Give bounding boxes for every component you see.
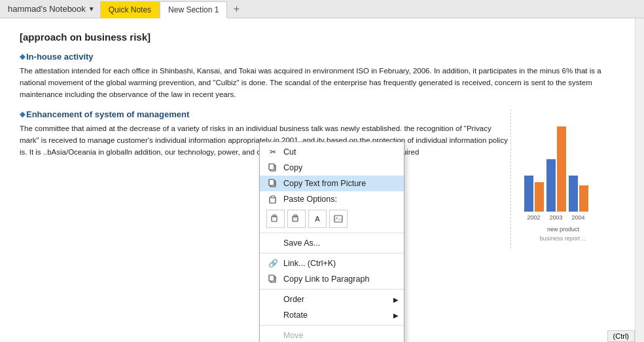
tab-new-section-1[interactable]: New Section 1 [160,1,227,18]
menu-item-copy-link[interactable]: Copy Link to Paragraph [260,271,404,287]
tab-new-section-1-label: New Section 1 [168,5,219,14]
cut-icon: ✂ [266,147,279,157]
context-menu: ✂ Cut Copy Copy Text from Picture [259,142,404,342]
svg-rect-10 [334,216,342,222]
section1-heading-text: In-house activity [26,52,94,62]
bar-group-2003 [546,126,566,212]
right-sidebar [635,18,644,342]
notebook-dropdown-arrow[interactable]: ▼ [88,5,95,12]
menu-item-cut[interactable]: ✂ Cut [260,144,404,160]
main-area: [approach on business risk] In-house act… [0,18,644,342]
menu-item-paste-options: Paste Options: [260,191,404,207]
section2-heading-text: Enhancement of system of management [26,109,189,119]
status-bar-label: (Ctrl) [613,332,629,340]
menu-item-rotate[interactable]: Rotate ▶ [260,307,404,323]
menu-item-rotate-label: Rotate [283,311,308,320]
menu-item-order[interactable]: Order ▶ [260,292,404,307]
chart-panel: 2002 2003 2004 new product business repo… [510,109,615,248]
paste-option-merge-formatting[interactable] [287,210,306,228]
menu-item-copy-text-from-picture[interactable]: Copy Text from Picture [260,176,404,191]
bar-2003-val2 [557,126,566,212]
menu-item-save-as-label: Save As... [283,238,320,248]
chart-bars [524,126,603,212]
menu-item-link[interactable]: 🔗 Link... (Ctrl+K) [260,256,404,271]
section1-heading: In-house activity [20,52,615,62]
paste-option-keep-text[interactable]: A [308,210,327,228]
menu-item-order-label: Order [283,295,304,304]
svg-rect-1 [269,164,274,170]
bar-group-2004 [569,176,588,212]
add-tab-icon: + [234,3,240,15]
menu-item-save-as[interactable]: Save As... [260,235,404,251]
copy-icon [266,163,279,172]
paste-option-picture[interactable] [329,210,348,228]
notebook-title-text: hammad's Notebook [8,4,86,14]
tab-bar: hammad's Notebook ▼ Quick Notes New Sect… [0,0,644,18]
page-title: [approach on business risk] [20,31,615,43]
tab-quick-notes[interactable]: Quick Notes [100,1,160,18]
bar-2004-val2 [579,185,588,212]
separator-2 [260,253,404,254]
page-content: [approach on business risk] In-house act… [0,18,635,342]
section1-body: The attestation intended for each office… [20,66,615,100]
paste-option-keep-source[interactable] [266,210,285,228]
add-tab-button[interactable]: + [228,1,244,17]
chart-caption: new product [547,226,579,233]
bar-2002-val1 [524,176,533,212]
separator-4 [260,325,404,326]
copy-text-icon [266,179,279,188]
status-bar: (Ctrl) [607,330,635,342]
chart-labels: 2002 2003 2004 [524,214,603,221]
separator-3 [260,289,404,290]
paste-icon [266,195,279,204]
chart-label-2002: 2002 [524,214,544,221]
menu-item-copy-text-from-picture-label: Copy Text from Picture [283,179,366,188]
chart-label-2004: 2004 [569,214,588,221]
bar-2003-val1 [546,159,556,212]
rotate-submenu-arrow: ▶ [393,312,399,319]
copy-link-icon [266,275,279,284]
tab-quick-notes-label: Quick Notes [109,5,151,14]
menu-item-copy-label: Copy [283,163,302,172]
menu-item-copy[interactable]: Copy [260,160,404,176]
chart-label-2003: 2003 [546,214,566,221]
menu-item-move: Move [260,328,404,342]
notebook-title[interactable]: hammad's Notebook ▼ [3,0,100,18]
svg-rect-13 [269,275,274,281]
chart-subcaption: business report ... [540,235,587,242]
menu-item-paste-options-label: Paste Options: [283,195,337,204]
separator-1 [260,233,404,233]
bar-group-2002 [524,176,544,212]
svg-rect-5 [271,196,275,198]
link-icon: 🔗 [266,259,279,268]
paste-options-row: A [260,207,404,231]
menu-item-link-label: Link... (Ctrl+K) [283,259,336,268]
order-submenu-arrow: ▶ [393,296,399,303]
chart-area: 2002 2003 2004 [524,116,603,221]
bar-2002-val2 [535,182,544,212]
menu-item-copy-link-label: Copy Link to Paragraph [283,275,369,284]
menu-item-move-label: Move [283,331,304,340]
bar-2004-val1 [569,176,578,212]
section2-heading: Enhancement of system of management [20,109,510,119]
svg-rect-3 [269,180,274,185]
menu-item-cut-label: Cut [283,147,296,157]
